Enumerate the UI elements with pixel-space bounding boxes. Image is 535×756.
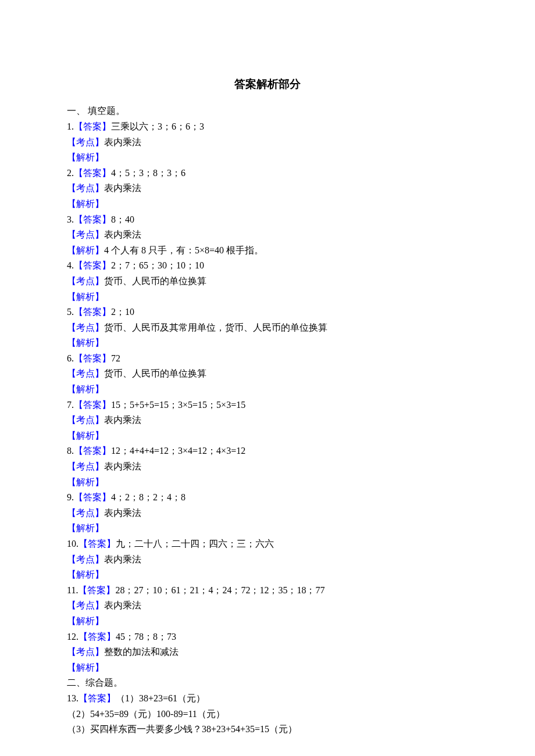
explain-line: 【解析】4 个人有 8 只手，有：5×8=40 根手指。	[67, 243, 468, 258]
answer-text: 45；78；8；73	[116, 632, 176, 642]
section-heading: 一、 填空题。	[67, 103, 468, 119]
label-answer: 【答案】	[74, 400, 111, 410]
label-explain: 【解析】	[67, 152, 104, 162]
label-answer: 【答案】	[79, 539, 116, 549]
explain-line: 【解析】	[67, 614, 468, 629]
explain-line: 【解析】	[67, 521, 468, 536]
explain-text: 4 个人有 8 只手，有：5×8=40 根手指。	[104, 245, 263, 255]
answer-line: 12.【答案】45；78；8；73	[67, 629, 468, 644]
q-number: 9.	[67, 492, 74, 502]
q-number: 2.	[67, 168, 74, 178]
q-number: 11.	[67, 585, 78, 595]
explain-line: 【解析】	[67, 567, 468, 582]
answer-line: 7.【答案】15；5+5+5=15；3×5=15；5×3=15	[67, 397, 468, 413]
explain-line: 【解析】	[67, 660, 468, 675]
label-answer: 【答案】	[74, 307, 111, 317]
explain-line: 【解析】	[67, 196, 468, 212]
label-explain: 【解析】	[67, 431, 104, 440]
label-answer: 【答案】	[74, 446, 111, 456]
label-answer: 【答案】	[79, 693, 116, 703]
point-text: 整数的加法和减法	[104, 647, 179, 657]
label-explain: 【解析】	[67, 569, 104, 579]
label-answer: 【答案】	[78, 585, 115, 595]
label-point: 【考点】	[67, 508, 104, 518]
point-line: 【考点】整数的加法和减法	[67, 644, 468, 660]
label-answer: 【答案】	[79, 632, 116, 642]
q-number: 13.	[67, 693, 79, 703]
answer-line: 5.【答案】2；10	[67, 304, 468, 320]
answer-text: 九；二十八；二十四；四六；三；六六	[116, 539, 274, 549]
q-number: 4.	[67, 260, 74, 270]
q-number: 6.	[67, 353, 74, 363]
label-point: 【考点】	[67, 183, 104, 193]
label-explain: 【解析】	[67, 662, 104, 672]
point-text: 表内乘法	[104, 554, 141, 564]
label-answer: 【答案】	[74, 214, 111, 224]
answer-line: 10.【答案】九；二十八；二十四；四六；三；六六	[67, 536, 468, 551]
answer-text: （3）买四样东西一共要多少钱？38+23+54+35=15（元）	[67, 722, 468, 737]
answer-text: 15；5+5+5=15；3×5=15；5×3=15	[111, 400, 245, 410]
label-explain: 【解析】	[67, 199, 104, 209]
answer-text: 三乘以六；3；6；6；3	[111, 121, 204, 131]
answer-line: 11.【答案】28；27；10；61；21；4；24；72；12；35；18；7…	[67, 583, 468, 598]
point-line: 【考点】表内乘法	[67, 552, 468, 567]
label-point: 【考点】	[67, 647, 104, 657]
point-line: 【考点】表内乘法	[67, 459, 468, 474]
label-answer: 【答案】	[74, 353, 111, 363]
point-text: 表内乘法	[104, 230, 141, 239]
label-answer: 【答案】	[74, 492, 111, 502]
label-answer: 【答案】	[74, 168, 111, 178]
answer-line: 4.【答案】2；7；65；30；10；10	[67, 258, 468, 273]
label-explain: 【解析】	[67, 523, 104, 533]
answer-text: 72	[111, 353, 120, 363]
explain-line: 【解析】	[67, 428, 468, 443]
point-text: 表内乘法	[104, 137, 141, 147]
label-point: 【考点】	[67, 600, 104, 610]
label-point: 【考点】	[67, 461, 104, 471]
label-point: 【考点】	[67, 368, 104, 378]
point-line: 【考点】表内乘法	[67, 413, 468, 428]
answer-text: （1）38+23=61（元）	[116, 693, 205, 703]
explain-line: 【解析】	[67, 150, 468, 165]
label-point: 【考点】	[67, 323, 104, 332]
point-line: 【考点】货币、人民币及其常用单位，货币、人民币的单位换算	[67, 320, 468, 335]
point-text: 表内乘法	[104, 415, 141, 425]
explain-line: 【解析】	[67, 475, 468, 490]
point-line: 【考点】表内乘法	[67, 598, 468, 613]
label-explain: 【解析】	[67, 384, 104, 394]
point-text: 货币、人民币的单位换算	[104, 368, 206, 378]
label-explain: 【解析】	[67, 616, 104, 626]
q-number: 8.	[67, 446, 74, 456]
answer-text: 12；4+4+4=12；3×4=12；4×3=12	[111, 446, 245, 456]
answer-line: 2.【答案】4；5；3；8；3；6	[67, 166, 468, 181]
answer-line: 9.【答案】4；2；8；2；4；8	[67, 490, 468, 505]
explain-line: 【解析】	[67, 289, 468, 304]
answer-text: 8；40	[111, 214, 134, 224]
answer-text: 4；2；8；2；4；8	[111, 492, 186, 502]
q-number: 1.	[67, 121, 74, 131]
answer-line: 6.【答案】72	[67, 351, 468, 366]
point-text: 表内乘法	[104, 461, 141, 471]
explain-line: 【解析】	[67, 335, 468, 350]
q-number: 12.	[67, 632, 79, 642]
page-title: 答案解析部分	[67, 76, 468, 93]
answer-line: 3.【答案】8；40	[67, 212, 468, 227]
q-number: 5.	[67, 307, 74, 317]
point-line: 【考点】表内乘法	[67, 181, 468, 196]
point-text: 货币、人民币的单位换算	[104, 276, 206, 286]
point-text: 表内乘法	[104, 600, 141, 610]
point-line: 【考点】货币、人民币的单位换算	[67, 274, 468, 289]
label-point: 【考点】	[67, 137, 104, 147]
point-text: 表内乘法	[104, 183, 141, 193]
answer-text: （2）54+35=89（元）100-89=11（元）	[67, 707, 468, 722]
answer-line: 13.【答案】（1）38+23=61（元）	[67, 691, 468, 706]
label-point: 【考点】	[67, 415, 104, 425]
label-point: 【考点】	[67, 276, 104, 286]
section-heading: 二、综合题。	[67, 675, 468, 690]
answer-text: 4；5；3；8；3；6	[111, 168, 186, 178]
q-number: 7.	[67, 400, 74, 410]
answer-line: 8.【答案】12；4+4+4=12；3×4=12；4×3=12	[67, 443, 468, 458]
label-answer: 【答案】	[74, 260, 111, 270]
point-line: 【考点】表内乘法	[67, 227, 468, 242]
explain-line: 【解析】	[67, 382, 468, 397]
